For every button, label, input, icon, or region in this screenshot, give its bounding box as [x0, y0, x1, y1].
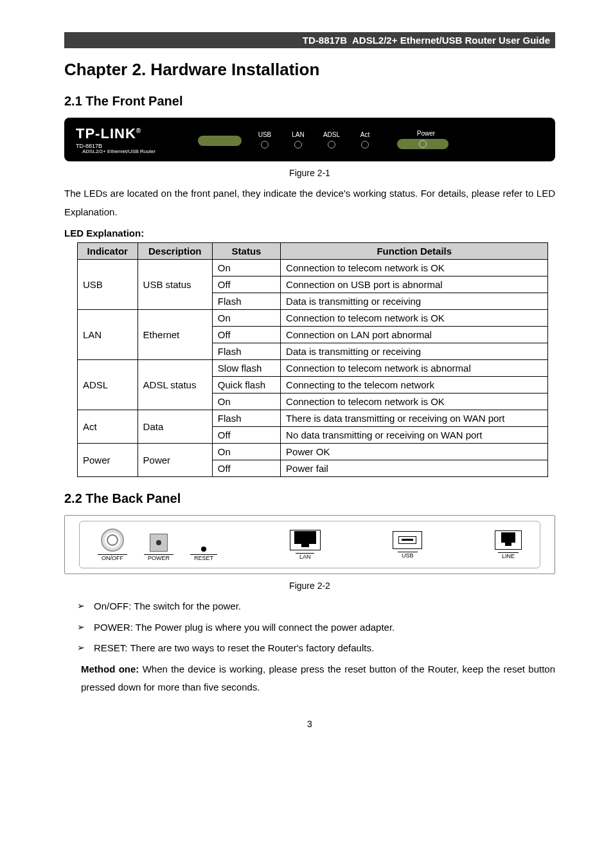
- th-indicator: Indicator: [78, 243, 138, 260]
- led-act-label: Act: [360, 131, 369, 138]
- cell-fn: Power fail: [281, 460, 548, 477]
- power-plug-icon: [150, 534, 168, 552]
- led-adsl-label: ADSL: [323, 131, 340, 138]
- led-dot-icon: [294, 141, 302, 149]
- cell-fn: Connection on LAN port abnormal: [281, 327, 548, 343]
- cell-fn: Connection to telecom network is OK: [281, 260, 548, 276]
- cell-fn: Data is transmitting or receiving: [281, 293, 548, 310]
- cell-status: Flash: [212, 410, 280, 427]
- port-label: ON/OFF: [98, 554, 127, 561]
- front-pill-left: [198, 136, 242, 146]
- cell-status: On: [212, 310, 280, 327]
- table-row: Act Data Flash There is data transmittin…: [78, 410, 548, 427]
- doc-header: TD-8817B ADSL2/2+ Ethernet/USB Router Us…: [64, 32, 555, 48]
- usb-port-icon: [393, 531, 422, 549]
- led-dot-icon: [361, 141, 369, 149]
- list-item: RESET: There are two ways to reset the R…: [77, 639, 555, 658]
- led-explanation-heading: LED Explanation:: [64, 228, 555, 239]
- cell-status: On: [212, 393, 280, 410]
- led-table: Indicator Description Status Function De…: [77, 242, 548, 477]
- cell-indicator: Power: [78, 444, 138, 477]
- table-row: USB USB status On Connection to telecom …: [78, 260, 548, 276]
- port-power: POWER: [144, 534, 173, 561]
- cell-fn: There is data transmitting or receiving …: [281, 410, 548, 427]
- led-adsl: ADSL: [315, 131, 348, 149]
- cell-status: On: [212, 444, 280, 460]
- front-panel-para: The LEDs are located on the front panel,…: [64, 185, 555, 221]
- led-dot-icon: [419, 140, 427, 148]
- cell-status: On: [212, 260, 280, 276]
- cell-fn: Connecting to the telecom network: [281, 377, 548, 393]
- port-reset: RESET: [190, 547, 217, 561]
- cell-description: Ethernet: [138, 310, 212, 360]
- cell-fn: Connection on USB port is abnormal: [281, 276, 548, 293]
- back-panel-list: On/OFF: The switch for the power. POWER:…: [77, 597, 555, 658]
- port-label: POWER: [144, 554, 173, 561]
- cell-indicator: USB: [78, 260, 138, 310]
- reset-hole-icon: [201, 547, 206, 552]
- th-description: Description: [138, 243, 212, 260]
- onoff-switch-icon: [101, 529, 124, 552]
- section-front-panel: 2.1 The Front Panel: [64, 94, 555, 109]
- list-item: On/OFF: The switch for the power.: [77, 597, 555, 616]
- cell-fn: Connection to telecom network is OK: [281, 310, 548, 327]
- cell-status: Off: [212, 427, 280, 444]
- chapter-heading: Chapter 2. Hardware Installation: [64, 60, 555, 80]
- cell-status: Flash: [212, 293, 280, 310]
- cell-fn: Power OK: [281, 444, 548, 460]
- front-panel-figure: TP-LINK® TD-8817B ADSL2/2+ Ethernet/USB …: [64, 118, 555, 161]
- brand-logo: TP-LINK®: [76, 125, 186, 142]
- th-function: Function Details: [281, 243, 548, 260]
- led-lan-label: LAN: [292, 131, 304, 138]
- rj11-icon: [495, 530, 522, 550]
- cell-description: Data: [138, 410, 212, 444]
- cell-indicator: ADSL: [78, 360, 138, 410]
- page-number: 3: [64, 719, 555, 729]
- brand-sub: ADSL2/2+ Ethernet/USB Router: [82, 149, 186, 154]
- cell-status: Off: [212, 460, 280, 477]
- method-text: When the device is working, please press…: [81, 664, 555, 693]
- cell-description: ADSL status: [138, 360, 212, 410]
- led-power-label: Power: [417, 130, 435, 137]
- table-row: ADSL ADSL status Slow flash Connection t…: [78, 360, 548, 377]
- led-power: Power: [397, 130, 455, 149]
- cell-indicator: LAN: [78, 310, 138, 360]
- cell-status: Off: [212, 276, 280, 293]
- figure-2-1-caption: Figure 2-1: [64, 168, 555, 178]
- led-usb-label: USB: [258, 131, 272, 138]
- cell-status: Flash: [212, 343, 280, 360]
- table-row: LAN Ethernet On Connection to telecom ne…: [78, 310, 548, 327]
- list-item: POWER: The Power plug is where you will …: [77, 619, 555, 637]
- port-usb: USB: [393, 531, 422, 559]
- cell-description: USB status: [138, 260, 212, 310]
- th-status: Status: [212, 243, 280, 260]
- brand-text: TP-LINK: [76, 125, 136, 141]
- figure-2-2-caption: Figure 2-2: [64, 581, 555, 591]
- cell-status: Slow flash: [212, 360, 280, 377]
- port-label: USB: [398, 552, 418, 559]
- cell-status: Off: [212, 327, 280, 343]
- brand-block: TP-LINK® TD-8817B ADSL2/2+ Ethernet/USB …: [76, 125, 186, 154]
- method-one: Method one: When the device is working, …: [64, 660, 555, 697]
- cell-fn: Connection to telecom network is abnorma…: [281, 360, 548, 377]
- header-title: ADSL2/2+ Ethernet/USB Router User Guide: [352, 35, 550, 46]
- cell-fn: Connection to telecom network is OK: [281, 393, 548, 410]
- cell-description: Power: [138, 444, 212, 477]
- header-model: TD-8817B: [303, 35, 347, 46]
- port-label: RESET: [190, 554, 217, 561]
- port-line: LINE: [495, 530, 522, 559]
- led-dot-icon: [261, 141, 269, 149]
- port-onoff: ON/OFF: [98, 529, 127, 561]
- table-row: Power Power On Power OK: [78, 444, 548, 460]
- method-label: Method one:: [81, 664, 143, 674]
- back-panel-figure: ON/OFF POWER RESET LAN: [64, 515, 555, 574]
- cell-indicator: Act: [78, 410, 138, 444]
- led-dot-icon: [328, 141, 335, 149]
- port-label: LINE: [498, 552, 519, 559]
- cell-status: Quick flash: [212, 377, 280, 393]
- led-usb: USB: [248, 131, 281, 149]
- port-label: LAN: [296, 553, 315, 560]
- cell-fn: No data transmitting or receiving on WAN…: [281, 427, 548, 444]
- cell-fn: Data is transmitting or receiving: [281, 343, 548, 360]
- led-act: Act: [348, 131, 382, 149]
